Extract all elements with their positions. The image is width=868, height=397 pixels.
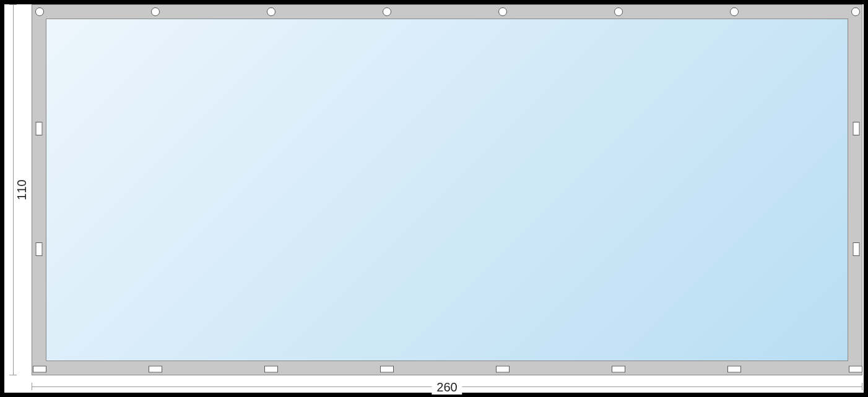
mounting-hole-icon: [35, 7, 44, 16]
mounting-slot-icon: [849, 366, 862, 373]
dim-label-width: 260: [432, 380, 462, 395]
mounting-slot-icon: [149, 366, 162, 373]
mounting-slot-icon: [264, 366, 278, 373]
mounting-hole-icon: [851, 7, 860, 16]
mounting-slot-icon: [496, 366, 510, 373]
dim-tick: [9, 4, 17, 5]
mounting-slot-icon: [853, 242, 860, 256]
dim-tick: [862, 383, 862, 390]
dim-tick: [32, 383, 32, 390]
panel-frame: [32, 4, 862, 375]
mounting-hole-icon: [614, 7, 623, 16]
dim-tick: [9, 375, 17, 375]
mounting-hole-icon: [151, 7, 160, 16]
mounting-slot-icon: [727, 366, 741, 373]
mounting-slot-icon: [853, 122, 860, 135]
mounting-slot-icon: [380, 366, 394, 373]
diagram-canvas: 110 260: [4, 4, 864, 393]
dim-line-vertical: [13, 4, 14, 375]
mounting-slot-icon: [36, 242, 43, 256]
mounting-hole-icon: [730, 7, 739, 16]
mounting-slot-icon: [612, 366, 625, 373]
dim-label-height: 110: [15, 176, 29, 203]
panel-glass: [46, 19, 848, 361]
mounting-slot-icon: [33, 366, 46, 373]
mounting-hole-icon: [383, 7, 391, 16]
mounting-slot-icon: [36, 122, 43, 135]
mounting-hole-icon: [267, 7, 276, 16]
mounting-hole-icon: [498, 7, 507, 16]
